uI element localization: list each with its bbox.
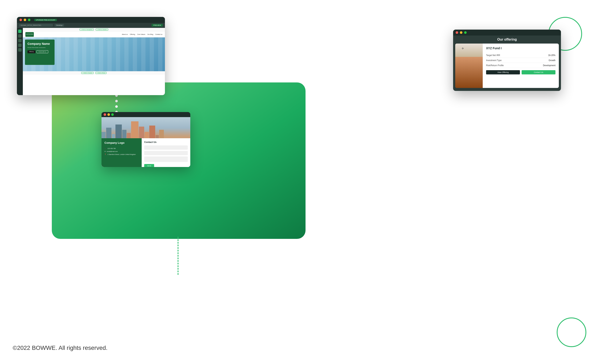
fund-image: ✈: [455, 43, 483, 88]
nav-blog[interactable]: Our Blog: [147, 34, 153, 35]
nav-core-values[interactable]: Core Values: [137, 34, 145, 35]
minimize-dot[interactable]: [24, 19, 26, 21]
sidebar-settings-icon[interactable]: [18, 43, 22, 47]
contact-address: 1 Stamford Street, London United Kingdom: [107, 154, 136, 155]
offering-content-card: ✈ XYZ Fund I Target Net IRR 16-20% Inves…: [455, 43, 559, 88]
logo-text: SHUTTER SPEED: [26, 34, 33, 35]
url-bar[interactable]: domain_24710_596447961: [19, 24, 53, 27]
hero-content-box: Company Name Private Real Estate Investm…: [25, 40, 54, 65]
offering-action-buttons: View Offering Contact Us: [486, 70, 555, 74]
contact-email: email@mail.com: [107, 151, 118, 152]
contact-email-input[interactable]: [144, 151, 188, 155]
sidebar-home-icon[interactable]: [18, 30, 22, 33]
risk-return-value: Development: [543, 64, 555, 67]
airplane-icon: ✈: [462, 47, 464, 50]
contact-phone: 123 456 789: [107, 148, 116, 149]
offering-titlebar: [453, 30, 561, 35]
hero-buttons: Offering Invest with us: [27, 50, 52, 53]
contact-email-row: ✉ email@mail.com: [105, 151, 139, 152]
contact-logo: Company Logo: [105, 141, 139, 145]
investment-type-value: Growth: [549, 59, 555, 61]
preview-nav: SHUTTER SPEED About us Offering Core Val…: [23, 32, 165, 37]
editor-left-sidebar: [17, 28, 23, 95]
nav-about[interactable]: About us: [122, 34, 128, 35]
contact-form-title: Contact Us: [144, 141, 188, 143]
investment-type-label: Investment Type: [486, 59, 502, 61]
offering-section-title: Our offering: [455, 38, 559, 42]
editor-toolbar-row: domain_24710_596447961 Desktop PREVIEW: [17, 23, 165, 28]
irr-value: 16-20%: [548, 54, 555, 56]
offering-close-dot[interactable]: [456, 31, 458, 34]
offering-window: Our offering ✈ XYZ Fund I Target Net IRR…: [453, 30, 561, 91]
image-sky: [455, 43, 483, 57]
contact-address-row: 📍 1 Stamford Street, London United Kingd…: [105, 154, 139, 155]
preview-button[interactable]: PREVIEW: [152, 24, 163, 27]
editor-titlebar: UPGRADE FREE ACCOUNT: [17, 17, 165, 23]
irr-label: Target Net IRR: [486, 54, 500, 56]
phone-icon: 📞: [105, 148, 106, 149]
invest-button[interactable]: Invest with us: [36, 50, 48, 53]
fund-details: XYZ Fund I Target Net IRR 16-20% Investm…: [483, 43, 559, 88]
contact-us-button[interactable]: Contact Us: [522, 70, 555, 74]
website-preview: + Add to: Navigation + Add to: Header SH…: [23, 28, 165, 95]
add-to-body-btn[interactable]: + Add to: Body: [95, 72, 106, 74]
contact-close-dot[interactable]: [104, 113, 106, 116]
add-to-header-bottom-btn[interactable]: + Add to: Header: [81, 72, 94, 74]
preview-logo: SHUTTER SPEED: [25, 32, 34, 37]
offering-maximize-dot[interactable]: [464, 31, 467, 34]
hero-subtitle: Private Real Estate Investments: [27, 47, 52, 48]
contact-name-input[interactable]: [144, 146, 188, 150]
device-selector[interactable]: Desktop: [54, 24, 64, 27]
sidebar-media-icon[interactable]: [18, 48, 22, 52]
contact-phone-row: 📞 123 456 789: [105, 148, 139, 149]
contact-footer-section: Company Logo 📞 123 456 789 ✉ email@mail.…: [101, 138, 190, 167]
dashed-vertical-line-bottom: [178, 237, 178, 275]
risk-return-row: Risk/Return Profile Development: [486, 63, 555, 68]
contact-window: Company Logo 📞 123 456 789 ✉ email@mail.…: [101, 112, 190, 167]
sidebar-elements-icon[interactable]: [18, 39, 22, 42]
nav-contact[interactable]: Contact us: [155, 34, 162, 35]
investment-type-row: Investment Type Growth: [486, 58, 555, 63]
editor-window: UPGRADE FREE ACCOUNT domain_24710_596447…: [17, 17, 165, 95]
image-building: [455, 57, 483, 88]
offering-header: Our offering: [453, 35, 561, 43]
contact-minimize-dot[interactable]: [107, 113, 110, 116]
nav-offering[interactable]: Offering: [130, 34, 135, 35]
add-navigation-bar: + Add to: Navigation + Add to: Header: [23, 28, 165, 32]
contact-right-panel: Contact Us Send: [142, 138, 190, 167]
irr-row: Target Net IRR 16-20%: [486, 53, 555, 58]
maximize-dot[interactable]: [28, 19, 30, 21]
decorative-circle-bottom-right: [557, 318, 586, 347]
add-body-bar: + Add to: Header + Add to: Body: [23, 71, 165, 75]
contact-content: Company Logo 📞 123 456 789 ✉ email@mail.…: [101, 117, 190, 167]
add-to-navigation-btn[interactable]: + Add to: Navigation: [79, 28, 94, 31]
close-dot[interactable]: [19, 19, 22, 21]
location-icon: 📍: [105, 154, 106, 155]
offering-minimize-dot[interactable]: [460, 31, 462, 34]
view-offering-button[interactable]: View Offering: [486, 70, 520, 74]
contact-titlebar: [101, 112, 190, 117]
footer-copyright: ©2022 BOWWE. All rights reserved.: [13, 345, 108, 351]
add-to-header-btn[interactable]: + Add to: Header: [96, 28, 108, 31]
upgrade-label[interactable]: UPGRADE FREE ACCOUNT: [34, 19, 57, 21]
risk-return-label: Risk/Return Profile: [486, 64, 504, 67]
preview-hero: Company Name Private Real Estate Investm…: [23, 37, 165, 71]
contact-left-panel: Company Logo 📞 123 456 789 ✉ email@mail.…: [101, 138, 142, 167]
preview-nav-links: About us Offering Core Values Our Blog C…: [122, 34, 162, 35]
sidebar-pages-icon[interactable]: [18, 34, 22, 38]
hero-company-name: Company Name: [27, 42, 52, 46]
contact-message-input[interactable]: [144, 156, 188, 162]
email-icon: ✉: [105, 151, 106, 152]
offering-button[interactable]: Offering: [27, 50, 35, 53]
fund-name: XYZ Fund I: [486, 46, 555, 50]
contact-maximize-dot[interactable]: [111, 113, 114, 116]
contact-send-button[interactable]: Send: [144, 164, 154, 167]
